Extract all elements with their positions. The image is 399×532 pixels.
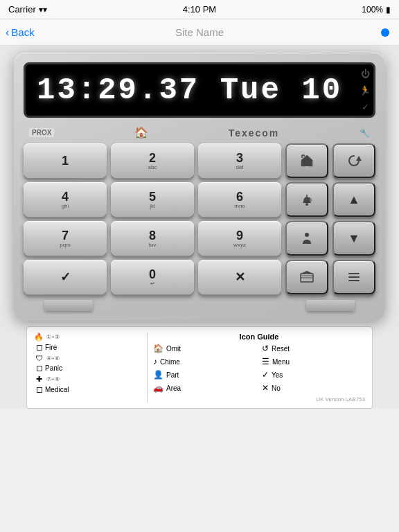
- guide-yes: ✓ Yes: [262, 370, 365, 380]
- function-keys: ▲ ▼: [285, 143, 375, 294]
- key-8[interactable]: 8 tuv: [111, 221, 194, 256]
- home-icon-small: 🏠: [134, 126, 148, 139]
- key-reset[interactable]: [332, 143, 375, 178]
- key-home-full[interactable]: [285, 143, 328, 178]
- display-time: 13:29.37 Tue 10: [37, 73, 362, 107]
- menu-icon: ☰: [262, 357, 269, 366]
- key-check[interactable]: ✓: [24, 260, 107, 294]
- area-label: Area: [166, 384, 181, 392]
- guide-part: 👤 Part: [153, 370, 256, 380]
- wrench-icon: 🔧: [360, 128, 370, 138]
- key-part-arm[interactable]: [285, 221, 328, 256]
- status-bar: Carrier ▾▾ 4:10 PM 100% ▮: [0, 0, 399, 19]
- guide-right-col: Icon Guide 🏠 Omit ↺ Reset ♪ Chime: [148, 332, 365, 402]
- medical-icon: ✚: [34, 375, 44, 384]
- keypad-grid: 1 2 abc 3 def 4 ghi 5 jkl: [24, 143, 375, 294]
- brand-name: Texecom: [229, 127, 280, 139]
- key-0[interactable]: 0 ↵: [111, 260, 194, 294]
- hinge-area: [24, 297, 375, 314]
- guide-chime: ♪ Chime: [153, 357, 256, 366]
- icon-guide-title: Icon Guide: [153, 332, 365, 341]
- guide-menu: ☰ Menu: [262, 357, 365, 366]
- version-label: UK Version LAB753: [153, 396, 365, 402]
- wifi-icon: ▾▾: [39, 5, 47, 15]
- hinge-left: [44, 300, 93, 311]
- key-4[interactable]: 4 ghi: [24, 182, 107, 217]
- no-label: No: [272, 384, 281, 392]
- back-chevron-icon: ‹: [6, 26, 9, 39]
- reset-label: Reset: [272, 345, 290, 353]
- prox-label: PROX: [29, 128, 54, 137]
- key-3[interactable]: 3 def: [198, 143, 281, 178]
- guide-left-col: 🔥 ①+③ Fire 🛡 ④+⑥ Panic: [34, 332, 148, 402]
- part-label: Part: [166, 371, 179, 379]
- key-2[interactable]: 2 abc: [111, 143, 194, 178]
- key-x[interactable]: ✕: [198, 260, 281, 294]
- key-5[interactable]: 5 jkl: [111, 182, 194, 217]
- key-chime[interactable]: [285, 182, 328, 217]
- guide-panic: 🛡 ④+⑥: [34, 354, 140, 362]
- omit-icon: 🏠: [153, 344, 163, 353]
- omit-label: Omit: [166, 345, 181, 353]
- hinge-right: [306, 300, 355, 311]
- status-time: 4:10 PM: [183, 4, 216, 15]
- nav-title: Site Name: [175, 26, 224, 38]
- status-left: Carrier ▾▾: [8, 4, 47, 15]
- key-6[interactable]: 6 mno: [198, 182, 281, 217]
- no-icon: ✕: [262, 383, 269, 393]
- svg-rect-11: [348, 280, 360, 281]
- back-label: Back: [11, 26, 34, 38]
- panic-icon: 🛡: [34, 354, 44, 362]
- svg-point-5: [305, 233, 309, 237]
- battery-icon: ▮: [386, 5, 391, 15]
- key-garage[interactable]: [285, 260, 328, 294]
- guide-medical: ✚ ⑦+⑨: [34, 375, 140, 384]
- guide-fire: 🔥 ①+③: [34, 332, 140, 342]
- icon-guide-card: 🔥 ①+③ Fire 🛡 ④+⑥ Panic: [26, 326, 373, 409]
- main-content: 13:29.37 Tue 10 ⏻ 🏃 ✓ PROX 🏠 Texecom 🔧 1: [0, 46, 399, 409]
- yes-icon: ✓: [262, 370, 269, 380]
- key-up[interactable]: ▲: [332, 182, 375, 217]
- display-screen: 13:29.37 Tue 10 ⏻ 🏃 ✓: [24, 62, 375, 118]
- reset-icon: ↺: [262, 344, 269, 353]
- panic-checkbox: [37, 366, 42, 371]
- chime-icon: ♪: [153, 357, 157, 366]
- back-button[interactable]: ‹ Back: [6, 26, 35, 39]
- fire-icon: 🔥: [34, 332, 44, 342]
- home-person-icon: 🏃: [357, 82, 373, 98]
- part-icon: 👤: [153, 370, 163, 380]
- key-menu[interactable]: [332, 260, 375, 294]
- guide-reset: ↺ Reset: [262, 344, 365, 353]
- side-icons: ⏻ 🏃 ✓: [355, 64, 375, 116]
- check-side-icon: ✓: [357, 99, 373, 114]
- svg-marker-1: [356, 156, 362, 161]
- carrier-label: Carrier: [8, 4, 36, 15]
- svg-rect-10: [348, 276, 360, 278]
- svg-rect-9: [348, 273, 360, 274]
- nav-bar: ‹ Back Site Name: [0, 19, 399, 46]
- guide-omit: 🏠 Omit: [153, 344, 256, 353]
- guide-no: ✕ No: [262, 383, 365, 393]
- fire-label: Fire: [45, 344, 57, 351]
- medical-checkbox: [37, 387, 42, 393]
- menu-label: Menu: [272, 358, 290, 366]
- key-down[interactable]: ▼: [332, 221, 375, 256]
- fire-checkbox: [37, 345, 42, 351]
- brand-bar: PROX 🏠 Texecom 🔧: [24, 125, 375, 143]
- key-9[interactable]: 9 wxyz: [198, 221, 281, 256]
- number-keys: 1 2 abc 3 def 4 ghi 5 jkl: [24, 143, 281, 294]
- medical-label: Medical: [45, 386, 69, 393]
- chime-label: Chime: [160, 358, 180, 366]
- key-7[interactable]: 7 pqrs: [24, 221, 107, 256]
- power-icon: ⏻: [357, 66, 373, 81]
- status-right: 100% ▮: [362, 5, 391, 15]
- key-1[interactable]: 1: [24, 143, 107, 178]
- svg-rect-0: [305, 163, 309, 166]
- battery-label: 100%: [362, 5, 383, 15]
- panic-label: Panic: [45, 364, 62, 372]
- yes-label: Yes: [272, 371, 283, 379]
- guide-area: 🚗 Area: [153, 383, 256, 393]
- area-icon: 🚗: [153, 383, 163, 393]
- keypad-panel: 13:29.37 Tue 10 ⏻ 🏃 ✓ PROX 🏠 Texecom 🔧 1: [14, 53, 385, 321]
- svg-point-2: [305, 203, 308, 206]
